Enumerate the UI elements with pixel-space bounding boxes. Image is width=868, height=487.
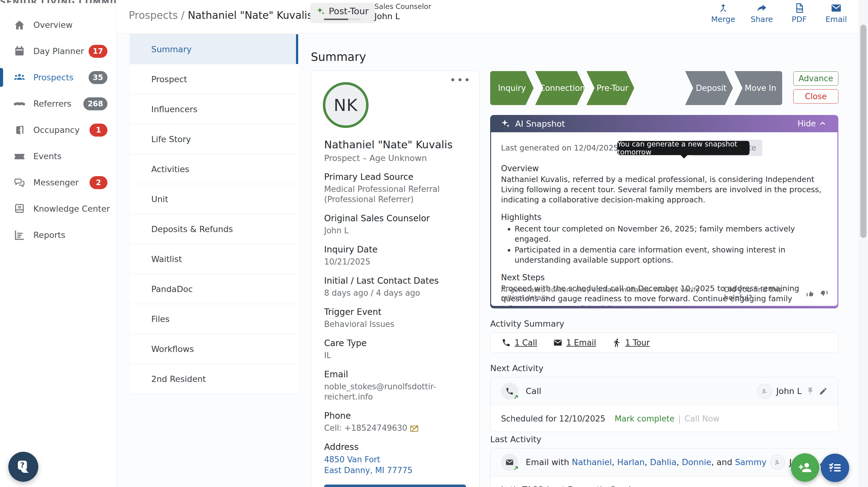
summary-link-1-email[interactable]: 1 Email: [553, 338, 596, 347]
thumbs-up-icon[interactable]: [806, 290, 814, 297]
sidebar-item-label: Occupancy: [33, 125, 90, 135]
header-action-share[interactable]: Share: [751, 2, 773, 24]
day-planner-icon: [13, 46, 25, 57]
recipient-link[interactable]: Nathaniel: [572, 457, 612, 467]
breadcrumb-prospect-name: Nathaniel "Nate" Kuvalis: [188, 9, 312, 21]
address-link[interactable]: 4850 Van Fort: [324, 454, 466, 465]
field-label: Original Sales Counselor: [324, 213, 466, 224]
sidebar-item-occupancy[interactable]: Occupancy 1: [0, 117, 116, 143]
page-title: Summary: [311, 50, 366, 64]
sales-counselor-name: John L: [374, 11, 431, 22]
checklist-icon: [828, 461, 842, 475]
sidebar-item-day-planner[interactable]: Day Planner 17: [0, 38, 116, 64]
stage-badge[interactable]: Post-Tour: [310, 3, 375, 23]
sidebar-item-label: Day Planner: [33, 46, 89, 56]
sidebar-item-messenger[interactable]: Messenger 2: [0, 169, 116, 196]
field-initial-last-contact-dates: Initial / Last Contact Dates 8 days ago …: [324, 276, 466, 298]
update-profile-button[interactable]: UPDATE PROFILE: [324, 485, 466, 487]
tab-unit[interactable]: Unit: [130, 184, 298, 214]
mark-complete-link[interactable]: Mark complete: [615, 414, 675, 423]
chevron-up-icon: [819, 120, 826, 127]
email-activity-icon: [501, 454, 518, 471]
highlight-item: Recent tour completed on November 26, 20…: [515, 224, 828, 244]
tab-deposits-refunds[interactable]: Deposits & Refunds: [130, 214, 298, 244]
prospect-tabs: Summary Prospect Influencers Life Story …: [130, 34, 298, 394]
tab-prospect[interactable]: Prospect: [130, 64, 298, 94]
sales-counselor-block: Sales Counselor John L: [374, 2, 431, 22]
activity-summary-card: 1 Call 1 Email 1 Tour: [490, 333, 838, 353]
field-label: Email: [324, 369, 466, 380]
stage-move-in[interactable]: Move In: [734, 71, 782, 105]
tab-summary[interactable]: Summary: [130, 34, 298, 64]
sidebar-item-overview[interactable]: Overview: [0, 12, 116, 38]
header-action-email[interactable]: Email: [826, 2, 847, 24]
stage-deposit[interactable]: Deposit: [685, 71, 733, 105]
advance-button[interactable]: Advance: [793, 71, 838, 86]
thumbs-down-icon[interactable]: [820, 290, 828, 297]
breadcrumb: Prospects / Nathaniel "Nate" Kuvalis: [129, 9, 312, 21]
tab-life-story[interactable]: Life Story: [130, 124, 298, 154]
sidebar-item-label: Reports: [33, 230, 107, 240]
prospects-icon: [13, 72, 25, 83]
field-label: Inquiry Date: [324, 245, 466, 255]
next-steps-heading: Next Steps: [501, 273, 828, 283]
recipient-link[interactable]: Donnie: [682, 457, 712, 467]
tab-files[interactable]: Files: [130, 304, 298, 334]
header-actions: Merge Share PDF Email: [711, 2, 847, 24]
sidebar-item-events[interactable]: Events: [0, 143, 116, 169]
pin-icon[interactable]: [806, 387, 815, 396]
header-action-pdf[interactable]: PDF: [788, 2, 810, 24]
hide-snapshot-button[interactable]: Hide: [796, 119, 828, 128]
sidebar-item-knowledge-center[interactable]: Knowledge Center: [0, 196, 116, 222]
count-badge: 2: [90, 176, 107, 189]
stage-pre-tour[interactable]: Pre-Tour: [587, 71, 634, 105]
sidebar-item-label: Events: [33, 151, 107, 161]
person-add-icon: [798, 461, 812, 474]
tab-activities[interactable]: Activities: [130, 154, 298, 184]
card-menu-button[interactable]: •••: [450, 74, 471, 86]
next-activity-type: Call: [526, 386, 757, 396]
add-person-fab[interactable]: [791, 453, 819, 482]
call-activity-icon: [501, 382, 518, 400]
community-logo: SENIOR LIVING COMMUNITY: [0, 0, 116, 3]
stage-post-tour[interactable]: Post-Tour: [636, 71, 684, 105]
ai-sparkle-icon: [500, 118, 511, 129]
recipient-link[interactable]: Dahlia: [650, 457, 677, 467]
stage-connection[interactable]: Connection: [535, 71, 585, 105]
tab-2nd-resident[interactable]: 2nd Resident: [130, 364, 298, 394]
edit-icon[interactable]: [819, 387, 828, 396]
field-value: noble_stokes@runolfsdottir-reichert.info: [324, 382, 466, 402]
close-button[interactable]: Close: [793, 89, 838, 104]
call-now-link[interactable]: Call Now: [685, 414, 719, 423]
tab-waitlist[interactable]: Waitlist: [130, 244, 298, 274]
tab-influencers[interactable]: Influencers: [130, 94, 298, 124]
field-value: Medical Professional Referral (Professio…: [324, 184, 466, 205]
owner-avatar: JL: [757, 384, 772, 399]
tab-pandadoc[interactable]: PandaDoc: [130, 274, 298, 304]
address-link[interactable]: East Danny, MI 77775: [324, 465, 466, 476]
phone-icon: [505, 387, 514, 396]
summary-link-1-call[interactable]: 1 Call: [502, 338, 537, 347]
scrollbar-thumb[interactable]: [860, 25, 866, 238]
sidebar-item-reports[interactable]: Reports: [0, 222, 116, 248]
help-button[interactable]: [8, 452, 38, 482]
breadcrumb-section[interactable]: Prospects /: [129, 9, 185, 21]
tasks-fab[interactable]: [821, 454, 849, 482]
app-root: SENIOR LIVING COMMUNITY Overview Day Pla…: [0, 0, 868, 487]
reports-icon: [13, 229, 25, 241]
summary-link-1-tour[interactable]: 1 Tour: [612, 338, 649, 347]
outgoing-arrow-icon: [513, 465, 519, 471]
scrollbar-track[interactable]: [859, 0, 868, 487]
avatar: NK: [323, 82, 369, 128]
sidebar-item-referrers[interactable]: Referrers 268: [0, 90, 116, 117]
overview-heading: Overview: [501, 164, 828, 174]
stage-inquiry[interactable]: Inquiry: [490, 71, 534, 105]
email-icon: [831, 2, 842, 13]
recipient-link[interactable]: Harlan: [617, 457, 645, 467]
recipient-link[interactable]: Sammy: [735, 457, 767, 467]
header-action-merge[interactable]: Merge: [711, 2, 735, 24]
sidebar-item-prospects[interactable]: Prospects 35: [0, 64, 116, 90]
email-recipients: Email with Nathaniel, Harlan, Dahlia, Do…: [526, 457, 770, 467]
tab-workflows[interactable]: Workflows: [130, 334, 298, 364]
header-action-label: Share: [751, 15, 773, 24]
